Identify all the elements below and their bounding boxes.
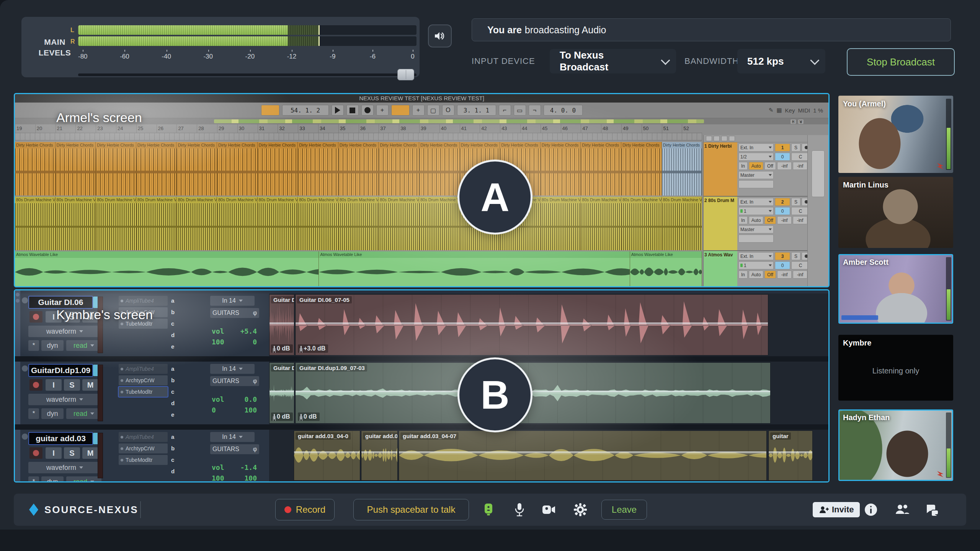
people-icon <box>895 504 910 515</box>
participant-video-kymbre[interactable]: Kymbre Listening only <box>838 335 953 401</box>
bar-number: 35 <box>338 124 359 133</box>
disclosure-icon <box>22 434 28 440</box>
width-zoom-button: W <box>798 119 804 124</box>
audio-clip: Atmos Wavetable Like <box>319 251 630 286</box>
volume-value: -inf <box>777 271 792 279</box>
slider-handle[interactable] <box>397 69 414 80</box>
audio-clip: Dirty Herbie Chords <box>136 142 177 196</box>
microphone-button[interactable] <box>512 502 527 517</box>
punch-out-icon: ¬ <box>529 105 541 116</box>
bar-number: 42 <box>480 124 500 133</box>
bar-ruler: 1920212223242526272829303132333435363738… <box>15 124 702 133</box>
input-device-value: To Nexus Broadcast <box>560 49 652 73</box>
audio-region: guitar <box>768 430 813 481</box>
daw-a-topright: ✎ ▦ Key MIDI 1 % <box>769 103 823 118</box>
output-volume-slider[interactable] <box>78 69 416 80</box>
record-enable-button <box>29 379 42 391</box>
db-scale-tick: -6 <box>369 50 376 60</box>
clip-gain-chip: 0 dB <box>271 412 293 421</box>
audio-clip: Dirty Herbie Chords <box>581 142 621 196</box>
clip-gain-chip: 0 dB <box>271 344 293 353</box>
bandwidth-select[interactable]: 512 kps <box>737 49 825 73</box>
screen-a-owner-label: Armel's screen <box>56 110 142 125</box>
audio-clip: 80s Drum Machine V <box>56 197 96 250</box>
participant-video-martin[interactable]: Martin Linus <box>838 177 953 248</box>
mute-button: M <box>82 379 98 391</box>
db-scale: -80-60-40-30-20-12-9-60 <box>78 50 416 60</box>
panel-icons <box>704 135 808 142</box>
audio-clip: 80s Drum Machine V <box>621 197 662 250</box>
bar-number: 31 <box>258 124 278 133</box>
audio-clip: Atmos Wavetable Like <box>15 251 319 286</box>
audio-clip: Dirty Herbie Chords <box>338 142 379 196</box>
camera-button[interactable] <box>541 502 557 517</box>
cpu-load-value: 1 % <box>813 107 823 114</box>
push-to-talk-button[interactable]: Push spacebar to talk <box>353 499 469 520</box>
bar-number: 44 <box>520 124 541 133</box>
participant-video-hadyn[interactable]: Hadyn Ethan <box>838 409 953 481</box>
screen-share-button[interactable] <box>481 502 496 517</box>
automation-arm-icon <box>391 105 410 116</box>
participant-name: Kymbre <box>843 339 871 347</box>
scrollbar-thumb[interactable] <box>812 150 825 197</box>
gear-icon <box>573 502 588 517</box>
speaker-button[interactable] <box>428 24 452 47</box>
audio-region: Guitar DI.dup1.09_07-03 0 dB <box>295 362 771 424</box>
invite-button[interactable]: Invite <box>813 502 860 517</box>
screen-b-badge: B <box>457 357 532 432</box>
punch-in-icon: ⌐ <box>499 105 511 116</box>
bar-number: 20 <box>35 124 56 133</box>
input-device-select[interactable]: To Nexus Broadcast <box>550 49 676 73</box>
record-button[interactable]: Record <box>275 499 335 520</box>
mic-icon <box>514 502 525 517</box>
clip-gain-chip: 0 dB <box>298 412 320 421</box>
leave-button[interactable]: Leave <box>601 500 647 520</box>
bar-number: 49 <box>621 124 642 133</box>
track-number: 1 <box>775 143 790 152</box>
bar-number: 32 <box>278 124 298 133</box>
audio-region: Guitar D 0 dB <box>269 362 294 424</box>
stop-broadcast-button[interactable]: Stop Broadcast <box>847 48 955 76</box>
audio-clip: Dirty Herbie Chords <box>96 142 136 196</box>
bar-number: 23 <box>96 124 116 133</box>
bar-number: 19 <box>15 124 35 133</box>
vol-value: +5.4 <box>240 327 257 335</box>
settings-button[interactable] <box>573 502 588 517</box>
peak-marker <box>318 25 320 35</box>
bar-number: 43 <box>500 124 520 133</box>
db-scale-tick: 0 <box>409 50 416 60</box>
track-header-2: 2 80s Drum M Ext. In 2 S 1 0 C In <box>704 197 808 251</box>
participant-video-amber[interactable]: Amber Scott <box>838 254 953 324</box>
audio-clip: 80s Drum Machine V <box>15 197 56 250</box>
bar-number: 50 <box>642 124 662 133</box>
pan-value: 0 <box>775 261 790 269</box>
play-icon <box>332 105 344 116</box>
participant-video-armel[interactable]: You (Armel) <box>838 96 953 173</box>
participant-level-meter <box>946 99 951 170</box>
record-enable-button <box>29 311 42 323</box>
bar-number: 33 <box>298 124 318 133</box>
audio-clip: 80s Drum Machine V <box>96 197 136 250</box>
daw-a-title-bar: NEXUS REVIEW TEST [NEXUS REVIEW TEST] <box>15 94 828 103</box>
crossfade-button: C <box>791 153 810 161</box>
audio-clip: Dirty Herbie Chords <box>258 142 298 196</box>
person-plus-icon <box>819 505 829 514</box>
audio-clip: Dirty Herbie Chords <box>541 142 581 196</box>
chat-button[interactable] <box>924 502 940 517</box>
info-button[interactable] <box>863 502 879 517</box>
brand-name: SOURCE-NEXUS <box>44 504 138 516</box>
audio-clip: Dirty Herbie Chords <box>176 142 217 196</box>
speaker-icon <box>434 31 446 41</box>
follow-icon: O <box>442 105 454 116</box>
participants-button[interactable] <box>895 502 910 517</box>
db-scale-tick: -12 <box>287 50 297 60</box>
audio-clip: Dirty Herbie Chords <box>662 142 702 196</box>
peak-marker <box>318 36 320 46</box>
bar-number: 22 <box>75 124 96 133</box>
db-scale-tick: -9 <box>329 50 336 60</box>
bar-number: 51 <box>662 124 682 133</box>
db-scale-tick: -30 <box>203 50 213 60</box>
vertical-scrollbar[interactable] <box>807 135 828 286</box>
track-row-dirty-herbie: Dirty Herbie ChordsDirty Herbie ChordsDi… <box>15 142 702 196</box>
participant-name: Hadyn Ethan <box>843 413 890 422</box>
